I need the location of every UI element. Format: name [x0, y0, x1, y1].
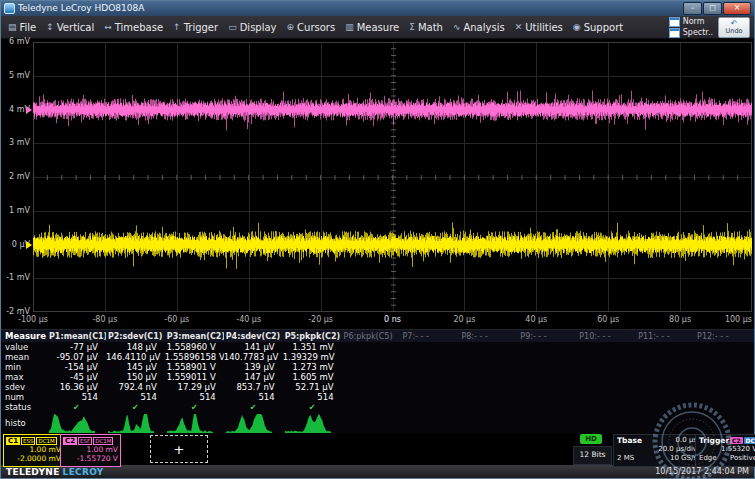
menu-item-vertical[interactable]: ↕Vertical [41, 16, 99, 38]
menu-item-math[interactable]: ΣMath [404, 16, 448, 38]
norm-label: Norm [683, 17, 705, 26]
channel-mode-badge: ESS [21, 437, 35, 445]
channel-descriptor-c2[interactable]: C2ESFDC1M1.00 mV-1.55720 V [60, 434, 121, 467]
descriptor-bar: C1ESSDC1M1.00 mV-2.0000 mVC2ESFDC1M1.00 … [1, 433, 754, 465]
channel-id-badge: C2 [63, 437, 77, 445]
close-button[interactable]: × [723, 2, 751, 15]
measure-status: ✔ [106, 403, 165, 412]
menu-item-label: Cursors [297, 22, 335, 33]
x-axis-label: 20 µs [453, 315, 475, 324]
y-axis-label: 3 mV [1, 138, 30, 147]
measure-column-header[interactable]: P5:pkpk(C2) [283, 332, 342, 341]
measure-column-header[interactable]: P6:pkpk(C5) [342, 332, 401, 341]
x-axis-label: 100 µs [725, 315, 752, 324]
measure-column-header[interactable]: P1:mean(C1) [47, 332, 106, 341]
menu-item-support[interactable]: ◉Support [568, 16, 628, 38]
menu-item-label: Utilities [525, 22, 563, 33]
menu-item-label: File [20, 22, 37, 33]
x-axis-label: -60 µs [164, 315, 189, 324]
menu-item-label: Analysis [463, 22, 504, 33]
grid-mode-icon [669, 17, 680, 27]
timebase-icon: ↔ [104, 22, 112, 32]
timebase-descriptor[interactable]: Tbase 0.0 µs 20.0 µs/div 2 MS 10 GS/s [613, 434, 701, 467]
measure-histogram [518, 412, 577, 433]
channel-id-badge: C1 [6, 437, 20, 445]
display-icon: ▭ [228, 22, 237, 32]
measure-column-header[interactable]: P9:- - - [518, 332, 577, 341]
trigger-descriptor[interactable]: Trigger C2 DC 1.55320 V Edge Positive [695, 434, 755, 467]
undo-button[interactable]: ↶ Undo [718, 17, 750, 38]
measure-icon: ▥ [345, 22, 354, 32]
drag-position-box[interactable]: + [150, 435, 208, 463]
channel-mode-badge: DC1M [36, 437, 56, 445]
minimize-button[interactable]: – [683, 2, 702, 15]
acquisition-mode-spectrum[interactable]: Spectr.. [669, 28, 713, 38]
menu-bar: ▤File↕Vertical↔Timebase↑Trigger▭Display⊕… [1, 16, 754, 39]
menu-item-cursors[interactable]: ⊕Cursors [282, 16, 341, 38]
sample-rate: 10 GS/s [670, 454, 697, 463]
sample-count: 2 MS [617, 454, 634, 463]
scope-application-window: Teledyne LeCroy HDO8108A – □ × ▤File↕Ver… [0, 0, 755, 479]
measure-value: 1.55896158 V [165, 352, 224, 362]
measure-column-header[interactable]: P4:sdev(C2) [224, 332, 283, 341]
hd-badge: HD [580, 434, 602, 444]
measure-histogram [401, 412, 460, 433]
measure-value: 1.558901 V [165, 362, 224, 372]
measure-value: 147 µV [224, 372, 283, 382]
measure-value: 514 [283, 392, 342, 402]
resolution-box[interactable]: 12 Bits [573, 446, 612, 465]
menu-item-file[interactable]: ▤File [3, 16, 41, 38]
measure-histogram [459, 412, 518, 433]
menu-item-timebase[interactable]: ↔Timebase [99, 16, 168, 38]
measure-row-label: min [1, 362, 47, 372]
maximize-button[interactable]: □ [703, 2, 722, 15]
measure-status: ✔ [47, 403, 106, 412]
trigger-coupling-chip: DC [744, 437, 755, 444]
utilities-icon: ✕ [515, 22, 523, 32]
measure-value: 139 µV [224, 362, 283, 372]
measure-value: 514 [165, 392, 224, 402]
measure-histogram [165, 412, 224, 433]
measure-value: -77 µV [47, 342, 106, 352]
measure-value: 146.4110 µV [106, 352, 165, 362]
menu-item-analysis[interactable]: ∿Analysis [448, 16, 510, 38]
histogram-icon [226, 413, 272, 433]
measure-histogram [636, 412, 695, 433]
time-per-div: 20.0 µs/div [658, 445, 697, 454]
x-axis-label: 80 µs [669, 315, 691, 324]
measure-histogram [342, 412, 401, 433]
measure-value: -45 µV [47, 372, 106, 382]
channel-descriptor-c1[interactable]: C1ESSDC1M1.00 mV-2.0000 mV [3, 434, 64, 467]
menu-item-label: Trigger [184, 22, 219, 33]
measure-column-header[interactable]: P8:- - - [459, 332, 518, 341]
measure-value: 145 µV [106, 362, 165, 372]
measure-value: 141 µV [224, 342, 283, 352]
measure-column-header[interactable]: P2:sdev(C1) [106, 332, 165, 341]
menu-item-label: Display [240, 22, 277, 33]
waveform-display[interactable]: 6 mV5 mV4 mV3 mV2 mV1 mV0 µV-1 mV-2 mV -… [1, 39, 754, 329]
y-axis-label: 5 mV [1, 71, 30, 80]
timebase-label: Tbase [617, 436, 642, 445]
measure-column-header[interactable]: P12:- - - [695, 332, 754, 341]
measure-histogram [283, 412, 342, 433]
acquisition-mode-norm[interactable]: Norm [669, 17, 713, 27]
measure-column-header[interactable]: P11:- - - [636, 332, 695, 341]
channel-ground-marker-c2 [26, 106, 32, 114]
menu-item-display[interactable]: ▭Display [223, 16, 281, 38]
measure-row-label: num [1, 392, 47, 402]
measure-histogram [106, 412, 165, 433]
measure-value: 514 [47, 392, 106, 402]
menu-item-measure[interactable]: ▥Measure [340, 16, 404, 38]
menu-item-label: Timebase [115, 22, 163, 33]
brand-lecroy: LECROY [63, 467, 104, 477]
measure-column-header[interactable]: P3:mean(C2) [165, 332, 224, 341]
measure-histogram [577, 412, 636, 433]
measure-value: 1.351 mV [283, 342, 342, 352]
measure-column-header[interactable]: P10:- - - [577, 332, 636, 341]
measure-value: 148 µV [106, 342, 165, 352]
menu-item-trigger[interactable]: ↑Trigger [168, 16, 223, 38]
channel-ground-marker-c1 [26, 241, 32, 249]
measure-column-header[interactable]: P7:- - - [401, 332, 460, 341]
menu-item-utilities[interactable]: ✕Utilities [510, 16, 568, 38]
spectrum-mode-icon [669, 28, 680, 38]
